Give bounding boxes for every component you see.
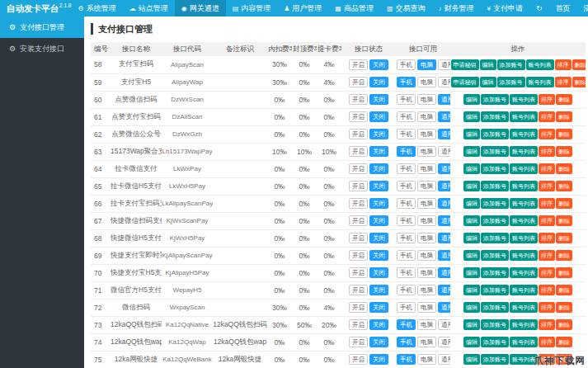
apply-key-button[interactable]: 申请秘钥 <box>451 77 479 87</box>
avail-pc-button[interactable]: 电脑 <box>417 77 436 87</box>
close-button[interactable]: 关闭 <box>369 337 388 347</box>
close-button[interactable]: 关闭 <box>369 198 388 209</box>
close-button[interactable]: 关闭 <box>369 215 388 226</box>
close-button[interactable]: 关闭 <box>369 77 388 87</box>
nav-item-支付申请[interactable]: ¥支付申请 <box>480 0 529 17</box>
open-button[interactable]: 开启 <box>349 354 368 365</box>
close-button[interactable]: 关闭 <box>369 354 388 365</box>
add-account-button[interactable]: 添加账号 <box>481 319 509 330</box>
add-account-button[interactable]: 添加账号 <box>481 146 509 157</box>
open-button[interactable]: 开启 <box>349 163 368 174</box>
avail-pc-button[interactable]: 电脑 <box>417 215 436 226</box>
sort-button[interactable]: 排序 <box>555 59 572 70</box>
avail-universal-button[interactable]: 通用 <box>438 146 450 157</box>
add-account-button[interactable]: 添加账号 <box>481 285 509 295</box>
edit-button[interactable]: 编辑 <box>463 215 480 226</box>
close-button[interactable]: 关闭 <box>369 319 388 330</box>
close-button[interactable]: 关闭 <box>369 163 388 174</box>
avail-universal-button[interactable]: 通用 <box>438 354 450 365</box>
avail-mobile-button[interactable]: 手机 <box>397 163 416 174</box>
avail-universal-button[interactable]: 通用 <box>438 181 450 191</box>
edit-button[interactable]: 编辑 <box>480 59 496 70</box>
sort-button[interactable]: 排序 <box>539 146 555 157</box>
edit-button[interactable]: 编辑 <box>463 319 480 330</box>
sort-button[interactable]: 排序 <box>539 163 555 174</box>
avail-mobile-button[interactable]: 手机 <box>397 146 416 157</box>
edit-button[interactable]: 编辑 <box>463 233 480 243</box>
open-button[interactable]: 开启 <box>349 267 368 278</box>
nav-item-内容管理[interactable]: ▤内容管理 <box>226 0 278 17</box>
avail-universal-button[interactable]: 通用 <box>438 250 450 261</box>
add-account-button[interactable]: 添加账号 <box>481 163 509 174</box>
edit-button[interactable]: 编辑 <box>463 146 480 157</box>
avail-mobile-button[interactable]: 手机 <box>397 267 416 278</box>
avail-pc-button[interactable]: 电脑 <box>417 337 436 347</box>
avail-pc-button[interactable]: 电脑 <box>417 59 436 70</box>
avail-universal-button[interactable]: 通用 <box>438 129 450 139</box>
sort-button[interactable]: 排序 <box>539 267 555 278</box>
avail-mobile-button[interactable]: 手机 <box>397 337 416 347</box>
sort-button[interactable]: 排序 <box>555 77 572 87</box>
avail-mobile-button[interactable]: 手机 <box>397 77 416 87</box>
delete-button[interactable]: 删除 <box>556 198 572 209</box>
account-list-button[interactable]: 账号列表 <box>510 319 538 330</box>
avail-mobile-button[interactable]: 手机 <box>397 111 416 122</box>
add-account-button[interactable]: 添加账号 <box>481 94 509 105</box>
avail-pc-button[interactable]: 电脑 <box>417 129 436 139</box>
open-button[interactable]: 开启 <box>349 94 368 105</box>
open-button[interactable]: 开启 <box>349 198 368 209</box>
edit-button[interactable]: 编辑 <box>463 354 480 365</box>
avail-mobile-button[interactable]: 手机 <box>397 302 416 313</box>
add-account-button[interactable]: 添加账号 <box>481 250 509 261</box>
delete-button[interactable]: 删除 <box>556 337 572 347</box>
delete-button[interactable]: 删除 <box>556 285 572 295</box>
avail-pc-button[interactable]: 电脑 <box>417 198 436 209</box>
clear-cache-link[interactable]: 清除缓存 <box>576 0 588 17</box>
avail-pc-button[interactable]: 电脑 <box>417 354 436 365</box>
sort-button[interactable]: 排序 <box>539 302 555 313</box>
avail-mobile-button[interactable]: 手机 <box>397 129 416 139</box>
close-button[interactable]: 关闭 <box>369 129 388 139</box>
nav-item-用户管理[interactable]: ♟用户管理 <box>277 0 328 17</box>
sort-button[interactable]: 排序 <box>539 285 555 295</box>
account-list-button[interactable]: 账号列表 <box>510 337 538 347</box>
sidebar-item-安装支付接口[interactable]: ⚙安装支付接口 <box>0 38 84 59</box>
avail-universal-button[interactable]: 通用 <box>438 302 450 313</box>
avail-universal-button[interactable]: 通用 <box>438 59 450 70</box>
avail-pc-button[interactable]: 电脑 <box>417 163 436 174</box>
avail-universal-button[interactable]: 通用 <box>438 111 450 122</box>
avail-universal-button[interactable]: 通用 <box>438 267 450 278</box>
open-button[interactable]: 开启 <box>349 59 368 70</box>
add-account-button[interactable]: 添加账号 <box>481 129 509 139</box>
home-link[interactable]: 首页 <box>548 0 576 17</box>
delete-button[interactable]: 删除 <box>556 319 572 330</box>
edit-button[interactable]: 编辑 <box>463 111 480 122</box>
edit-button[interactable]: 编辑 <box>463 94 480 105</box>
add-account-button[interactable]: 添加账号 <box>481 302 509 313</box>
account-list-button[interactable]: 账号列表 <box>510 111 538 122</box>
avail-mobile-button[interactable]: 手机 <box>397 198 416 209</box>
open-button[interactable]: 开启 <box>349 77 368 87</box>
nav-item-站点管理[interactable]: ☁站点管理 <box>123 0 175 17</box>
close-button[interactable]: 关闭 <box>369 302 388 313</box>
nav-item-交易查询[interactable]: ▥交易查询 <box>380 0 432 17</box>
avail-universal-button[interactable]: 通用 <box>438 94 450 105</box>
account-list-button[interactable]: 账号列表 <box>510 302 538 313</box>
nav-item-系统管理[interactable]: ⚙系统管理 <box>71 0 122 17</box>
avail-pc-button[interactable]: 电脑 <box>417 267 436 278</box>
sort-button[interactable]: 排序 <box>539 233 555 243</box>
avail-universal-button[interactable]: 通用 <box>438 77 450 87</box>
avail-pc-button[interactable]: 电脑 <box>417 111 436 122</box>
open-button[interactable]: 开启 <box>349 215 368 226</box>
account-list-button[interactable]: 账号列表 <box>510 129 538 139</box>
avail-pc-button[interactable]: 电脑 <box>417 94 436 105</box>
account-list-button[interactable]: 账号列表 <box>510 215 538 226</box>
avail-pc-button[interactable]: 电脑 <box>417 319 436 330</box>
delete-button[interactable]: 删除 <box>556 94 572 105</box>
add-account-button[interactable]: 添加账号 <box>481 111 509 122</box>
delete-button[interactable]: 删除 <box>556 233 572 243</box>
sort-button[interactable]: 排序 <box>539 198 555 209</box>
close-button[interactable]: 关闭 <box>369 267 388 278</box>
delete-button[interactable]: 删除 <box>556 267 572 278</box>
open-button[interactable]: 开启 <box>349 233 368 243</box>
